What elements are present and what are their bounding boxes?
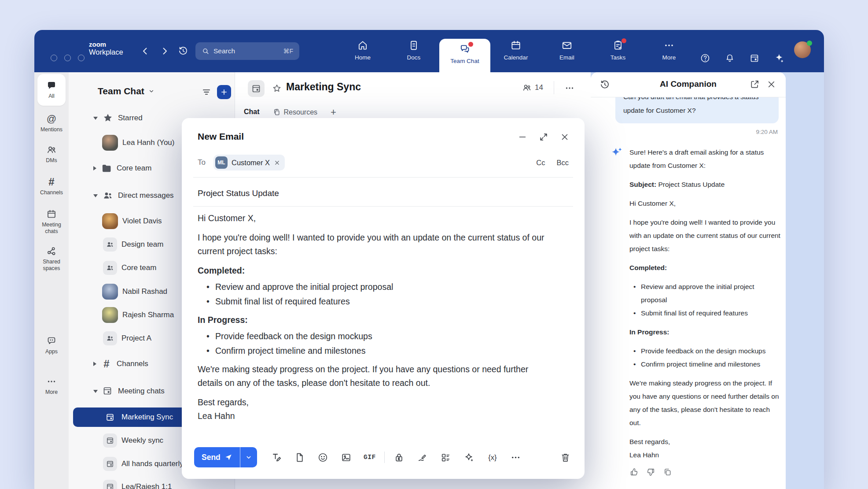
ai-companion-icon[interactable] bbox=[774, 53, 784, 63]
chat-header: Marketing Sync 14 bbox=[235, 72, 591, 105]
send-button-group: Send bbox=[194, 447, 257, 467]
tab-more-label: More bbox=[662, 54, 676, 61]
window-zoom-light[interactable] bbox=[78, 55, 85, 61]
open-in-new-icon[interactable] bbox=[750, 79, 760, 90]
meeting-chat-icon bbox=[103, 433, 117, 448]
format-text-icon[interactable] bbox=[268, 448, 285, 466]
tab-home-label: Home bbox=[355, 54, 371, 61]
recipient-avatar: ML bbox=[215, 156, 228, 169]
tab-resources[interactable]: Resources bbox=[273, 105, 317, 120]
schedule-icon[interactable] bbox=[749, 53, 760, 63]
caret-down-icon[interactable] bbox=[93, 390, 98, 393]
recipient-chip[interactable]: ML Customer X bbox=[213, 155, 285, 170]
caret-right-icon[interactable] bbox=[93, 362, 96, 366]
insert-image-icon[interactable] bbox=[338, 448, 355, 466]
user-avatar[interactable] bbox=[794, 41, 811, 58]
emoji-icon[interactable] bbox=[314, 448, 332, 466]
tab-calendar[interactable]: Calendar bbox=[490, 30, 541, 72]
tab-team-chat[interactable]: Team Chat bbox=[439, 39, 490, 72]
email-body[interactable]: Hi Customer X, I hope you're doing well!… bbox=[198, 211, 550, 429]
rail-item-all[interactable]: All bbox=[37, 74, 66, 106]
all-chats-icon bbox=[46, 80, 57, 91]
search-icon bbox=[202, 47, 210, 55]
minimize-icon[interactable] bbox=[518, 132, 527, 142]
filter-icon[interactable] bbox=[201, 86, 213, 99]
channels-icon: # bbox=[48, 177, 54, 187]
search-input[interactable]: Search ⌘F bbox=[195, 42, 299, 60]
rail-more-icon bbox=[46, 376, 57, 387]
bcc-button[interactable]: Bcc bbox=[556, 159, 569, 167]
new-chat-button[interactable] bbox=[217, 85, 231, 99]
signature-icon[interactable] bbox=[414, 448, 431, 466]
more-icon bbox=[663, 40, 675, 51]
send-plane-icon bbox=[224, 453, 232, 461]
close-icon[interactable] bbox=[560, 132, 570, 142]
caret-right-icon[interactable] bbox=[93, 166, 96, 170]
history-icon[interactable] bbox=[178, 45, 188, 56]
team-chat-icon bbox=[459, 43, 471, 55]
help-icon[interactable] bbox=[700, 53, 710, 63]
tab-home[interactable]: Home bbox=[337, 30, 388, 72]
cc-button[interactable]: Cc bbox=[536, 159, 545, 167]
attach-file-icon[interactable] bbox=[291, 448, 309, 466]
tab-more[interactable]: More bbox=[644, 30, 695, 72]
send-button[interactable]: Send bbox=[194, 447, 240, 467]
send-options-button[interactable] bbox=[240, 447, 257, 467]
thumbs-down-icon[interactable] bbox=[646, 467, 655, 477]
add-tab-button[interactable]: + bbox=[331, 105, 336, 120]
tab-email-label: Email bbox=[559, 54, 574, 61]
dms-icon bbox=[46, 144, 57, 155]
ai-reply: Sure! Here's a draft email asking for a … bbox=[602, 146, 782, 485]
subject-field[interactable]: Project Status Update bbox=[198, 183, 569, 204]
tab-tasks[interactable]: Tasks bbox=[592, 30, 644, 72]
rail-item-shared-spaces[interactable]: Shared spaces bbox=[34, 246, 69, 272]
ai-compose-icon[interactable] bbox=[460, 448, 478, 466]
rail-item-channels[interactable]: # Channels bbox=[34, 177, 69, 196]
remove-recipient-icon[interactable] bbox=[274, 159, 280, 166]
docs-icon bbox=[408, 40, 419, 51]
ai-close-icon[interactable] bbox=[766, 79, 777, 90]
divider bbox=[193, 177, 573, 178]
presence-dot bbox=[807, 41, 812, 46]
window-close-light[interactable] bbox=[51, 55, 57, 61]
expand-icon[interactable] bbox=[539, 132, 548, 142]
rail-item-apps[interactable]: Apps bbox=[34, 336, 69, 355]
member-count[interactable]: 14 bbox=[522, 83, 543, 93]
encrypt-icon[interactable] bbox=[390, 448, 408, 466]
thumbs-up-icon[interactable] bbox=[629, 467, 639, 477]
caret-down-icon[interactable] bbox=[93, 194, 98, 197]
ai-bullet: Provide feedback on the design mockups bbox=[629, 345, 782, 358]
calendar-icon bbox=[102, 385, 114, 397]
gif-button[interactable]: GIF bbox=[361, 448, 379, 466]
caret-down-icon[interactable] bbox=[93, 117, 98, 120]
rail-item-dms[interactable]: DMs bbox=[34, 144, 69, 164]
template-icon[interactable] bbox=[437, 448, 455, 466]
copy-icon[interactable] bbox=[663, 467, 672, 477]
desktop-background: zoom Workplace Search ⌘F Home Docs bbox=[0, 0, 868, 489]
star-outline-icon[interactable] bbox=[272, 84, 282, 93]
tab-docs[interactable]: Docs bbox=[388, 30, 439, 72]
avatar-rajesh-sharma bbox=[102, 307, 118, 323]
notifications-bell-icon[interactable] bbox=[725, 53, 735, 63]
rail-item-mentions[interactable]: @ Mentions bbox=[34, 114, 69, 133]
toolbar-more-icon[interactable] bbox=[507, 448, 525, 466]
ai-greeting: Hi Customer X, bbox=[629, 197, 782, 210]
forward-icon[interactable] bbox=[159, 46, 170, 56]
team-chat-title[interactable]: Team Chat bbox=[98, 86, 155, 96]
window-minimize-light[interactable] bbox=[64, 55, 71, 61]
ai-inprogress-heading: In Progress: bbox=[629, 326, 782, 339]
modal-title: New Email bbox=[198, 131, 244, 141]
tab-chat[interactable]: Chat bbox=[244, 105, 260, 120]
compose-toolbar: Send GIF {x} bbox=[194, 447, 574, 467]
tab-email[interactable]: Email bbox=[541, 30, 592, 72]
to-field[interactable]: To ML Customer X Cc Bcc bbox=[198, 152, 569, 173]
chat-more-icon[interactable] bbox=[564, 83, 575, 93]
variables-button[interactable]: {x} bbox=[484, 448, 501, 466]
rail-item-more[interactable]: More bbox=[34, 376, 69, 396]
rail-item-meeting-chats[interactable]: Meeting chats bbox=[34, 209, 69, 235]
list-item-lea-rajesh[interactable]: Lea/Rajesh 1:1 bbox=[73, 477, 231, 489]
back-icon[interactable] bbox=[140, 46, 151, 56]
discard-draft-icon[interactable] bbox=[556, 448, 574, 466]
folder-icon bbox=[101, 163, 112, 174]
subject-text: Project Status Update bbox=[198, 189, 279, 198]
